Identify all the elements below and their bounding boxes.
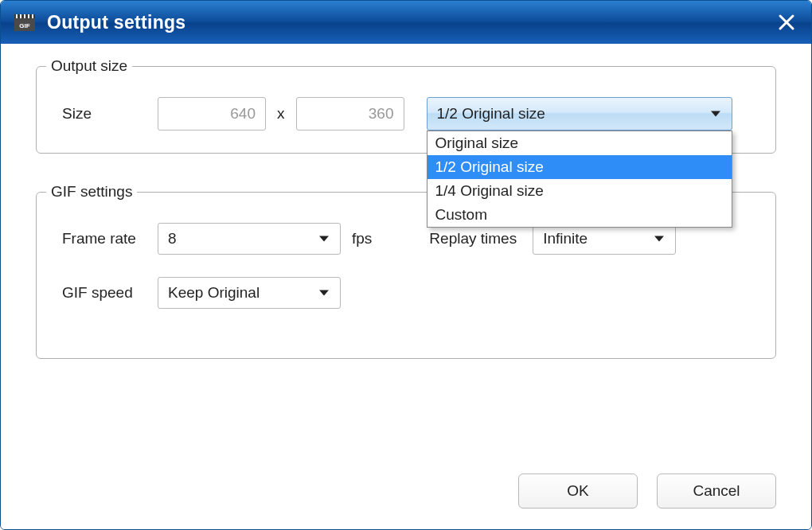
svg-rect-1 <box>16 14 18 18</box>
gif-speed-value: Keep Original <box>168 284 260 302</box>
size-preset-dropdown-list: Original size 1/2 Original size 1/4 Orig… <box>427 131 732 228</box>
svg-rect-2 <box>20 14 21 18</box>
dialog-content: Output size Size x 1/2 Original size Ori… <box>1 44 811 529</box>
replay-times-label: Replay times <box>429 230 517 247</box>
width-input[interactable] <box>158 97 266 131</box>
cancel-button[interactable]: Cancel <box>657 473 776 509</box>
fps-unit: fps <box>352 230 372 247</box>
dropdown-triangle-icon <box>319 290 329 296</box>
gif-speed-select[interactable]: Keep Original <box>158 277 341 309</box>
gif-app-icon: GIF <box>12 10 37 35</box>
height-input[interactable] <box>296 97 404 131</box>
size-preset-value: 1/2 Original size <box>437 105 545 123</box>
output-size-legend: Output size <box>46 57 132 75</box>
gif-settings-legend: GIF settings <box>46 183 137 201</box>
size-preset-option[interactable]: Original size <box>427 131 732 155</box>
dropdown-triangle-icon <box>711 111 720 117</box>
gif-speed-label: GIF speed <box>62 284 158 302</box>
size-preset-select-container: 1/2 Original size Original size 1/2 Orig… <box>427 97 732 131</box>
dropdown-triangle-icon <box>319 236 329 242</box>
svg-rect-4 <box>28 14 29 18</box>
size-preset-option[interactable]: 1/2 Original size <box>427 155 732 179</box>
dimension-separator: x <box>277 105 285 123</box>
frame-rate-select[interactable]: 8 <box>158 223 341 255</box>
svg-text:GIF: GIF <box>19 22 29 29</box>
svg-rect-5 <box>32 14 33 18</box>
gif-speed-row: GIF speed Keep Original <box>62 277 750 309</box>
replay-times-value: Infinite <box>543 230 588 247</box>
dialog-buttons: OK Cancel <box>518 473 776 509</box>
close-icon <box>778 14 795 31</box>
size-preset-select[interactable]: 1/2 Original size <box>427 97 732 131</box>
frame-rate-label: Frame rate <box>62 230 158 247</box>
titlebar: GIF Output settings <box>1 1 811 44</box>
size-preset-option[interactable]: Custom <box>427 203 732 227</box>
replay-times-select[interactable]: Infinite <box>533 223 676 255</box>
window-title: Output settings <box>47 12 185 33</box>
dropdown-triangle-icon <box>654 236 664 242</box>
frame-rate-row: Frame rate 8 fps Replay times Infinite <box>62 223 750 255</box>
frame-rate-value: 8 <box>168 230 177 247</box>
size-preset-option[interactable]: 1/4 Original size <box>427 179 732 203</box>
output-size-fieldset: Output size Size x 1/2 Original size Ori… <box>36 66 776 154</box>
size-row: Size x 1/2 Original size Original size 1… <box>62 97 750 131</box>
close-button[interactable] <box>776 12 797 33</box>
svg-rect-3 <box>24 14 25 18</box>
ok-button[interactable]: OK <box>518 473 638 509</box>
replay-group: Replay times Infinite <box>429 223 676 255</box>
size-label: Size <box>62 105 158 123</box>
output-settings-dialog: GIF Output settings Output size Size x <box>0 0 812 530</box>
